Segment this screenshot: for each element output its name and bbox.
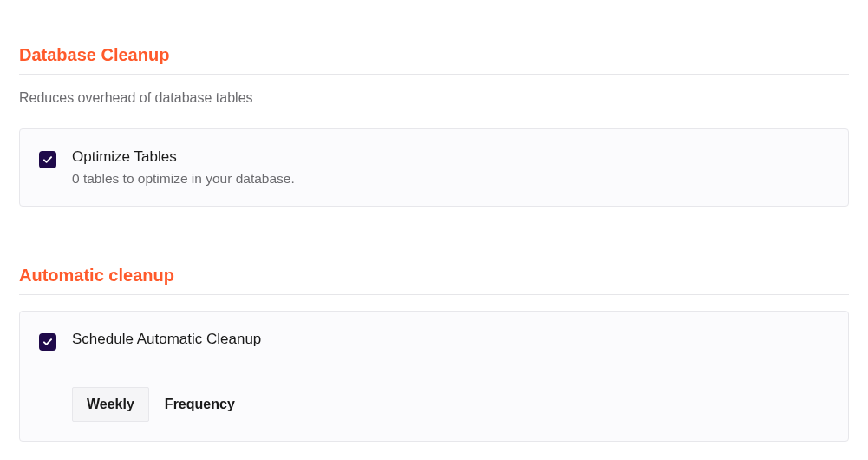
frequency-label: Frequency [165,397,235,412]
automatic-cleanup-title: Automatic cleanup [19,266,849,286]
optimize-tables-sub: 0 tables to optimize in your database. [72,171,829,187]
panel-inner-divider [39,371,829,371]
database-cleanup-title: Database Cleanup [19,45,849,65]
optimize-tables-label: Optimize Tables [72,148,829,166]
frequency-row: Weekly Frequency [72,387,829,422]
database-cleanup-description: Reduces overhead of database tables [19,90,849,106]
frequency-select[interactable]: Weekly [72,387,149,422]
schedule-cleanup-checkbox[interactable] [39,333,56,351]
section-divider [19,294,849,295]
optimize-tables-panel: Optimize Tables 0 tables to optimize in … [19,128,849,207]
schedule-cleanup-label: Schedule Automatic Cleanup [72,331,829,348]
check-icon [42,337,54,348]
schedule-cleanup-row: Schedule Automatic Cleanup [39,331,829,353]
section-divider [19,74,849,75]
automatic-cleanup-panel: Schedule Automatic Cleanup Weekly Freque… [19,311,849,442]
optimize-tables-checkbox[interactable] [39,151,56,168]
check-icon [42,154,54,166]
optimize-tables-row: Optimize Tables 0 tables to optimize in … [39,148,829,187]
